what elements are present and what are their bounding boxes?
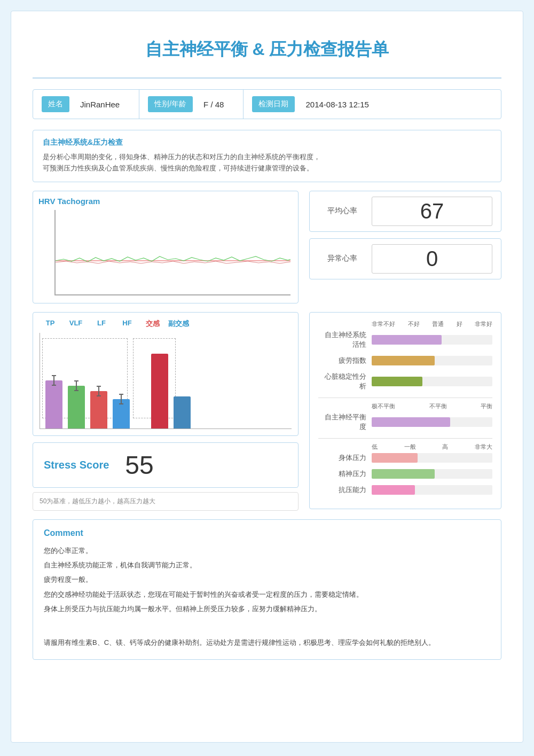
name-value: JinRanHee — [69, 97, 130, 112]
hbar-row-4: 自主神经平衡度 — [318, 412, 492, 432]
bar-vlf — [68, 386, 85, 428]
hbar-label-6: 精神压力 — [318, 469, 372, 479]
axis1-label3: 普通 — [432, 320, 444, 328]
bar-parasym — [174, 396, 191, 428]
hbar-label-5: 身体压力 — [318, 453, 372, 463]
horizontal-bar-section: 非常不好 不好 普通 好 非常好 自主神经系统活性 疲劳指数 — [309, 312, 501, 511]
hbar-track-4 — [372, 417, 492, 427]
stress-note: 50为基准，越低压力越小，越高压力越大 — [33, 492, 299, 511]
hbar-row-1: 自主神经系统活性 — [318, 330, 492, 349]
bar-label-parasym: 副交感 — [168, 319, 189, 329]
date-label: 检测日期 — [252, 96, 295, 112]
hbar-row-6: 精神压力 — [318, 469, 492, 479]
bar-labels: TP VLF LF HF 交感 副交感 — [40, 319, 292, 329]
bar-group-parasym — [174, 396, 191, 428]
hbar-fill-7 — [372, 485, 415, 495]
abnormal-label: 异常心率 — [318, 254, 366, 263]
axis1: 非常不好 不好 普通 好 非常好 — [318, 320, 492, 328]
stress-label: Stress Score — [44, 459, 109, 471]
hbar-track-6 — [372, 469, 492, 479]
stress-box: Stress Score 55 — [33, 442, 299, 488]
stress-container: Stress Score 55 50为基准，越低压力越小，越高压力越大 — [33, 442, 299, 511]
name-label: 姓名 — [42, 96, 69, 112]
axis1-label5: 非常好 — [475, 320, 492, 328]
axis1-label1: 非常不好 — [372, 320, 395, 328]
hbar-track-3 — [372, 377, 492, 386]
error-bar-hf — [121, 394, 122, 404]
hrv-row: HRV Tachogram 140 40 3min — [33, 191, 501, 303]
comment-line-3: 您的交感神经功能处于活跃状态，您现在可能处于暂时性的兴奋或者受一定程度的压力，需… — [44, 588, 490, 601]
gender-age-label: 性别/年龄 — [148, 96, 193, 112]
h-bar-box: 非常不好 不好 普通 好 非常好 自主神经系统活性 疲劳指数 — [309, 312, 501, 509]
date-value: 2014-08-13 12:15 — [295, 97, 379, 112]
hbar-label-4: 自主神经平衡度 — [318, 412, 372, 432]
comment-text: 您的心率正常。自主神经系统功能正常，机体自我调节能力正常。疲劳程度一般。您的交感… — [44, 544, 490, 649]
comment-line-6: 请服用有维生素B、C、镁、钙等成分的健康补助剂。运动处方是需进行规律性运动，积极… — [44, 636, 490, 649]
hbar-fill-6 — [372, 469, 435, 479]
hbar-row-3: 心脏稳定性分析 — [318, 372, 492, 391]
bar-group-hf — [113, 399, 130, 428]
vertical-bar-section: TP VLF LF HF 交感 副交感 — [33, 312, 299, 511]
hbar-fill-5 — [372, 453, 418, 463]
gender-age-cell: 性别/年龄 F / 48 — [139, 90, 244, 119]
comment-line-4: 身体上所受压力与抗压能力均属一般水平。但精神上所受压力较多，应努力缓解精神压力。 — [44, 603, 490, 615]
comment-section: Comment 您的心率正常。自主神经系统功能正常，机体自我调节能力正常。疲劳程… — [33, 519, 501, 660]
axis3-label3: 高 — [442, 443, 448, 451]
hbar-label-1: 自主神经系统活性 — [318, 330, 372, 349]
avg-hr-value: 67 — [372, 197, 492, 226]
abnormal-value: 0 — [372, 244, 492, 274]
comment-line-2: 疲劳程度一般。 — [44, 573, 490, 586]
hbar-track-5 — [372, 453, 492, 463]
hbar-row-5: 身体压力 — [318, 453, 492, 463]
axis3-label2: 一般 — [404, 443, 416, 451]
hrv-title: HRV Tachogram — [38, 197, 293, 206]
gender-age-value: F / 48 — [193, 97, 234, 112]
bar-group-vlf — [68, 386, 85, 428]
hbar-track-7 — [372, 485, 492, 495]
bar-label-lf: LF — [91, 319, 112, 329]
separator1 — [318, 398, 492, 398]
axis2: 极不平衡 不平衡 平衡 — [318, 402, 492, 410]
bar-lf — [90, 391, 107, 428]
axis3: 低 一般 高 非常大 — [318, 443, 492, 451]
abnormal-hr-box: 异常心率 0 — [309, 238, 501, 279]
intro-desc2: 可预测压力性疾病及心血管系统疾病、慢性病的危险程度，可持续进行健康管理的设备。 — [43, 164, 313, 172]
bar-hf — [113, 399, 130, 428]
hrv-right: 平均心率 67 异常心率 0 — [309, 191, 501, 303]
comment-title: Comment — [44, 528, 490, 538]
hrv-waveform — [56, 210, 290, 294]
name-cell: 姓名 JinRanHee — [33, 90, 139, 119]
bar-chart-area — [40, 333, 292, 429]
hbar-label-3: 心脏稳定性分析 — [318, 372, 372, 391]
bar-tp — [45, 380, 62, 428]
error-bar-vlf — [76, 380, 77, 391]
bar-group-tp — [45, 380, 62, 428]
axis1-label4: 好 — [457, 320, 462, 328]
axis2-label3: 平衡 — [481, 402, 492, 410]
bar-sym — [151, 354, 168, 428]
error-bar-tp — [53, 375, 54, 386]
intro-box: 自主神经系统&压力检查 是分析心率周期的变化，得知身体、精神压力的状态和对压力的… — [33, 130, 501, 182]
bar-label-sym: 交感 — [142, 319, 163, 329]
report-page: 自主神经平衡 & 压力检查报告单 姓名 JinRanHee 性别/年龄 F / … — [11, 11, 523, 743]
hbar-fill-4 — [372, 417, 450, 427]
hrv-chart-area: 140 40 3min — [54, 210, 290, 295]
hbar-fill-3 — [372, 377, 422, 386]
intro-desc: 是分析心率周期的变化，得知身体、精神压力的状态和对压力的自主神经系统的平衡程度，… — [43, 152, 491, 174]
intro-title: 自主神经系统&压力检查 — [43, 138, 491, 147]
separator2 — [318, 438, 492, 439]
hbar-label-7: 抗压能力 — [318, 485, 372, 495]
charts-row: TP VLF LF HF 交感 副交感 — [33, 312, 501, 511]
intro-desc1: 是分析心率周期的变化，得知身体、精神压力的状态和对压力的自主神经系统的平衡程度， — [43, 153, 320, 161]
bar-group-lf — [90, 391, 107, 428]
error-bar-lf — [98, 386, 99, 396]
stress-score: 55 — [125, 450, 153, 480]
hrv-left: HRV Tachogram 140 40 3min — [33, 191, 299, 303]
axis3-label1: 低 — [372, 443, 378, 451]
comment-line-0: 您的心率正常。 — [44, 544, 490, 557]
hbar-row-7: 抗压能力 — [318, 485, 492, 495]
hbar-track-2 — [372, 356, 492, 365]
hbar-track-1 — [372, 335, 492, 345]
bar-label-hf: HF — [116, 319, 138, 329]
comment-line-5 — [44, 622, 490, 634]
